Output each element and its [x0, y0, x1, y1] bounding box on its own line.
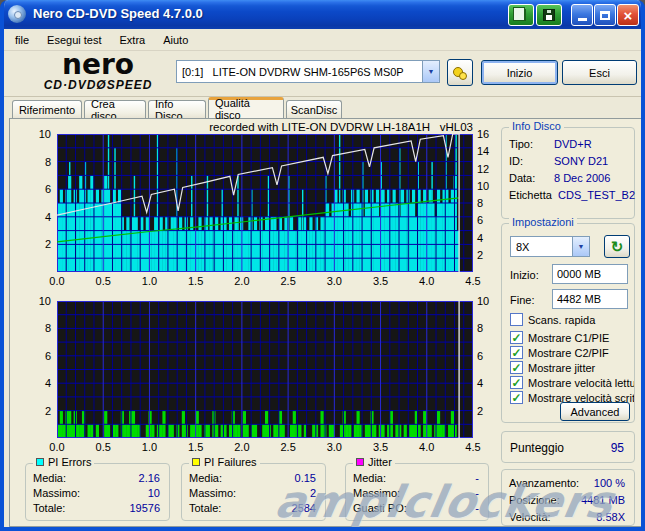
save-button[interactable] [536, 4, 562, 26]
posizione-label: Posizione: [509, 494, 560, 506]
data-label: Data: [509, 172, 535, 184]
y-axis-left-label: 2 [29, 238, 51, 250]
pi-failures-title: PI Failures [204, 456, 257, 468]
x-axis-label: 3.0 [321, 441, 347, 453]
etichetta-value: CDS_TEST_B2 [558, 189, 635, 201]
eject-button[interactable] [447, 59, 473, 86]
nero-logo-text: nero [24, 52, 172, 78]
fine-label: Fine: [510, 294, 534, 306]
x-axis-label: 0.5 [90, 441, 116, 453]
y-axis-right-label: 8 [477, 197, 499, 209]
refresh-speed-button[interactable]: ↻ [604, 235, 630, 258]
y-axis-right-label: 12 [477, 163, 499, 175]
tab-crea-disco[interactable]: Crea disco [84, 100, 146, 118]
maximize-icon [600, 11, 610, 20]
x-axis-label: 3.0 [321, 275, 347, 287]
y-axis-right-label: 4 [477, 377, 499, 389]
pif-failures-chart [57, 301, 473, 438]
inizio-input[interactable] [552, 264, 628, 284]
punteggio-panel: Punteggio 95 [501, 431, 635, 463]
speed-select[interactable]: 8X ▼ [510, 236, 590, 257]
title-bar[interactable]: Nero CD-DVD Speed 4.7.0.0 × [0, 0, 645, 29]
y-axis-right-label: 2 [477, 405, 499, 417]
menu-esegui-test[interactable]: Esegui test [38, 32, 110, 48]
velocita-value: 8.58X [596, 511, 625, 523]
checkbox-label: Mostrare velocità lettura [528, 377, 634, 389]
x-axis-label: 1.5 [183, 275, 209, 287]
tab-info-disco[interactable]: Info Disco [148, 100, 206, 118]
advanced-button[interactable]: Advanced [560, 402, 630, 421]
avanzamento-value: 100 % [594, 477, 625, 489]
pi-failures-caption: PI Failures [189, 456, 260, 468]
y-axis-left-label: 10 [29, 295, 51, 307]
menu-file[interactable]: file [6, 32, 38, 48]
jitter-massimo-value: - [475, 487, 479, 499]
id-label: ID: [509, 155, 523, 167]
id-value: SONY D21 [554, 155, 608, 167]
checkbox-mostrare-jitter[interactable]: ✓ Mostrare jitter [510, 361, 634, 374]
y-axis-left-label: 6 [29, 183, 51, 195]
avanzamento-label: Avanzamento: [509, 477, 579, 489]
x-axis-label: 4.0 [414, 441, 440, 453]
jitter-media-value: - [475, 472, 479, 484]
checkbox-icon: ✓ [510, 391, 523, 404]
y-axis-right-label: 8 [477, 322, 499, 334]
drive-select-value: [0:1] LITE-ON DVDRW SHM-165P6S MS0P [177, 66, 422, 78]
tab-qualita-disco[interactable]: Qualità disco [208, 97, 284, 118]
app-window: Nero CD-DVD Speed 4.7.0.0 × file Esegui … [0, 0, 645, 531]
x-axis-label: 0.0 [44, 275, 70, 287]
checkbox-icon: ✓ [510, 376, 523, 389]
quality-tab-page: recorded with LITE-ON DVDRW LH-18A1H vHL… [9, 118, 644, 527]
pie-massimo-label: Massimo: [33, 487, 80, 499]
x-axis-label: 4.5 [460, 275, 486, 287]
checkbox-label: Mostrare C1/PIE [528, 332, 609, 344]
pi-errors-caption: PI Errors [33, 456, 94, 468]
fine-input[interactable] [552, 289, 628, 309]
y-axis-right-label: 6 [477, 350, 499, 362]
y-axis-left-label: 2 [29, 405, 51, 417]
y-axis-left-label: 6 [29, 350, 51, 362]
start-button[interactable]: Inizio [481, 60, 558, 85]
speed-select-value: 8X [511, 241, 572, 253]
etichetta-label: Etichetta [509, 189, 552, 201]
punteggio-label: Punteggio [510, 441, 564, 455]
tab-riferimento[interactable]: Riferimento [12, 100, 82, 118]
checkbox-mostrare-c1-pie[interactable]: ✓ Mostrare C1/PIE [510, 331, 634, 344]
chart-title: recorded with LITE-ON DVDRW LH-18A1H vHL… [150, 121, 473, 133]
close-icon: × [624, 7, 633, 24]
y-axis-right-label: 10 [477, 295, 499, 307]
chevron-down-icon[interactable]: ▼ [572, 237, 589, 256]
x-axis-label: 1.5 [183, 441, 209, 453]
export-button[interactable] [508, 4, 534, 26]
impostazioni-caption: Impostazioni [509, 216, 577, 228]
window-title: Nero CD-DVD Speed 4.7.0.0 [33, 6, 203, 21]
nero-logo: nero CD·DVDØSPEED [24, 52, 172, 92]
x-axis-label: 4.5 [460, 441, 486, 453]
checkbox-mostrare-c2-pif[interactable]: ✓ Mostrare C2/PIF [510, 346, 634, 359]
exit-button[interactable]: Esci [562, 60, 637, 85]
checkbox-mostrare-velocita-lettura[interactable]: ✓ Mostrare velocità lettura [510, 376, 634, 389]
velocita-label: Velocità: [509, 511, 551, 523]
floppy-save-icon [543, 9, 555, 21]
x-axis-label: 3.5 [368, 441, 394, 453]
copy-icon [516, 9, 526, 21]
jitter-massimo-label: Massimo: [353, 487, 400, 499]
info-disco-panel: Info Disco Tipo:DVD+R ID:SONY D21 Data:8… [501, 127, 635, 219]
drive-select[interactable]: [0:1] LITE-ON DVDRW SHM-165P6S MS0P ▼ [176, 60, 440, 83]
chevron-down-icon[interactable]: ▼ [422, 61, 439, 82]
guasti-po-label: Guasti PO: [353, 502, 407, 514]
x-axis-label: 0.5 [90, 275, 116, 287]
menu-extra[interactable]: Extra [110, 32, 154, 48]
guasti-po-value: - [475, 502, 479, 514]
jitter-title: Jitter [368, 456, 392, 468]
tab-scandisc[interactable]: ScanDisc [286, 100, 342, 118]
checkbox-scans-rapida[interactable]: Scans. rapida [510, 313, 634, 326]
pie-media-label: Media: [33, 472, 66, 484]
menu-aiuto[interactable]: Aiuto [154, 32, 197, 48]
minimize-button[interactable] [571, 4, 593, 26]
close-button[interactable]: × [617, 4, 639, 26]
impostazioni-panel: Impostazioni 8X ▼ ↻ Inizio: Fine: Scans.… [501, 223, 635, 423]
pi-failures-panel: PI Failures Media:0.15 Massimo:2 Totale:… [181, 463, 326, 521]
pif-totale-value: 2584 [292, 502, 316, 514]
maximize-button[interactable] [594, 4, 616, 26]
